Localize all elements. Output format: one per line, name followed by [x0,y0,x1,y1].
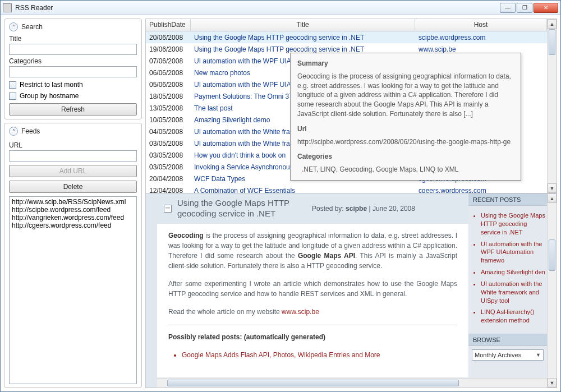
checkbox-icon[interactable] [9,93,16,100]
tooltip-summary-h: Summary [297,59,514,68]
col-header-host[interactable]: Host [415,19,547,31]
feeds-list[interactable]: http://www.scip.be/RSS/ScipNews.xml http… [9,196,137,384]
group-row[interactable]: Group by hostname [9,92,137,100]
cell-date: 04/05/2008 [146,128,191,136]
article-para: Read the whole article on my website www… [168,307,457,317]
recent-link[interactable]: Using the Google Maps HTTP geocoding ser… [481,211,547,237]
checkbox-icon[interactable] [9,81,16,89]
divider [168,325,457,325]
titlebar[interactable]: RSS Reader — ❐ ✕ [1,1,560,15]
bold-text: Possibly related posts: (automatically g… [168,333,325,341]
cell-date: 03/05/2008 [146,140,191,147]
cell-host: cgeers.wordpress.com [415,187,547,193]
refresh-button[interactable]: Refresh [9,103,137,116]
cell-date: 20/06/2008 [146,34,191,41]
window-title: RSS Reader [15,4,500,12]
close-button[interactable]: ✕ [534,3,558,13]
table-row[interactable]: 20/06/2008Using the Google Maps HTTP geo… [146,31,547,43]
recent-link[interactable]: Amazing Silverlight den [481,268,547,276]
grid-header: PublishDate Title Host [146,19,547,31]
feeds-header-label: Feeds [21,127,40,135]
cell-date: 03/05/2008 [146,163,191,171]
feeds-header[interactable]: ˄ Feeds [9,127,137,136]
cell-host: scipbe.wordpress.com [415,34,547,41]
grid-scrollbar[interactable]: ▲ ▼ [547,19,557,193]
cell-date: 13/05/2008 [146,104,191,112]
content-hscrollbar[interactable] [157,378,547,388]
recent-link[interactable]: UI automation with the WPF UIAutomation … [481,240,547,265]
cell-date: 10/05/2008 [146,116,191,124]
scroll-down-icon[interactable]: ▼ [548,378,557,388]
window-controls: — ❐ ✕ [500,3,558,13]
recent-link[interactable]: LINQ AsHierarchy() extension method [481,308,547,325]
scroll-down-icon[interactable]: ▼ [548,183,557,193]
combo-value: Monthly Archives [475,352,521,358]
list-item[interactable]: http://cgeers.wordpress.com/feed [12,222,134,229]
cell-date: 20/04/2008 [146,175,191,183]
meta-sep: | [369,205,370,213]
cell-date: 05/06/2008 [146,81,191,89]
cell-title: A Combination of WCF Essentials [191,187,415,193]
scroll-thumb[interactable] [167,380,459,386]
list-item[interactable]: http://www.scip.be/RSS/ScipNews.xml [12,198,134,206]
article-link[interactable]: www.scip.be [282,308,319,316]
categories-label: Categories [9,57,137,65]
tooltip-summary: Geocoding is the process of assigning ge… [297,72,514,119]
article-body: Geocoding is the process of assigning ge… [157,224,468,369]
archives-combo[interactable]: Monthly Archives ▼ [472,349,544,361]
related-list: Google Maps Adds Flash API, Photos, Wiki… [168,350,457,360]
list-item[interactable]: http://vangrieken.wordpress.com/feed [12,214,134,222]
article-para: After some experimenting I wrote an arti… [168,279,457,299]
app-window: RSS Reader — ❐ ✕ ˄ Search Title Categori… [0,0,561,392]
title-input[interactable] [9,44,137,55]
url-label: URL [9,141,137,149]
chevron-up-icon: ˄ [9,127,18,136]
recent-link[interactable]: UI automation with the White framework a… [481,280,547,305]
scroll-thumb[interactable] [549,29,555,55]
cell-date: 07/06/2008 [146,57,191,65]
restrict-row[interactable]: Restrict to last month [9,81,137,89]
chevron-up-icon: ˄ [9,22,18,31]
categories-input[interactable] [9,66,137,77]
document-icon [164,205,172,213]
url-input[interactable] [9,150,137,162]
bold-text: Geocoding [168,232,204,239]
col-header-date[interactable]: PublishDate [146,19,191,31]
add-url-button[interactable]: Add URL [9,165,137,177]
related-link[interactable]: Google Maps Adds Flash API, Photos, Wiki… [182,350,457,360]
search-header[interactable]: ˄ Search [9,22,137,31]
minimize-button[interactable]: — [500,3,516,13]
maximize-button[interactable]: ❐ [517,3,532,13]
cell-title: Using the Google Maps HTTP geocoding ser… [191,34,415,41]
table-row[interactable]: 12/04/2008A Combination of WCF Essential… [146,185,547,193]
scroll-up-icon[interactable]: ▲ [548,193,557,203]
recent-posts-header: RECENT POSTS [468,193,547,206]
tooltip-url-h: Url [297,124,514,134]
list-item[interactable]: http://scipbe.wordpress.com/feed [12,206,134,214]
article-header: Using the Google Maps HTTP geocoding ser… [157,193,468,224]
cell-date: 12/04/2008 [146,187,191,193]
recent-posts-list: Using the Google Maps HTTP geocoding ser… [473,211,547,328]
article-date: June 20, 2008 [373,205,415,213]
related-heading: Possibly related posts: (automatically g… [168,332,457,342]
search-header-label: Search [21,23,43,31]
delete-button[interactable]: Delete [9,181,137,193]
scroll-up-icon[interactable]: ▲ [548,19,557,29]
scroll-thumb[interactable] [549,239,555,271]
cell-date: 18/05/2008 [146,93,191,100]
cell-title: Using the Google Maps HTTP geocoding ser… [191,45,415,53]
content-wrap: Using the Google Maps HTTP geocoding ser… [145,193,557,388]
content-inner: Using the Google Maps HTTP geocoding ser… [146,193,557,388]
feeds-group: ˄ Feeds URL Add URL Delete http://www.sc… [4,123,142,388]
group-label: Group by hostname [20,92,79,100]
right-panel: PublishDate Title Host 20/06/2008Using t… [145,19,557,388]
cell-host: www.scip.be [415,45,547,53]
article-title: Using the Google Maps HTTP geocoding ser… [177,198,306,219]
article-author: scipbe [346,205,367,213]
tooltip-cat: .NET, LINQ, Geocoding, Google Maps, LINQ… [302,165,514,174]
col-header-title[interactable]: Title [191,19,415,31]
content-scrollbar[interactable]: ▲ ▼ [547,193,557,388]
article-para: Geocoding is the process of assigning ge… [168,230,457,271]
title-label: Title [9,35,137,43]
cell-date: 03/05/2008 [146,151,191,159]
